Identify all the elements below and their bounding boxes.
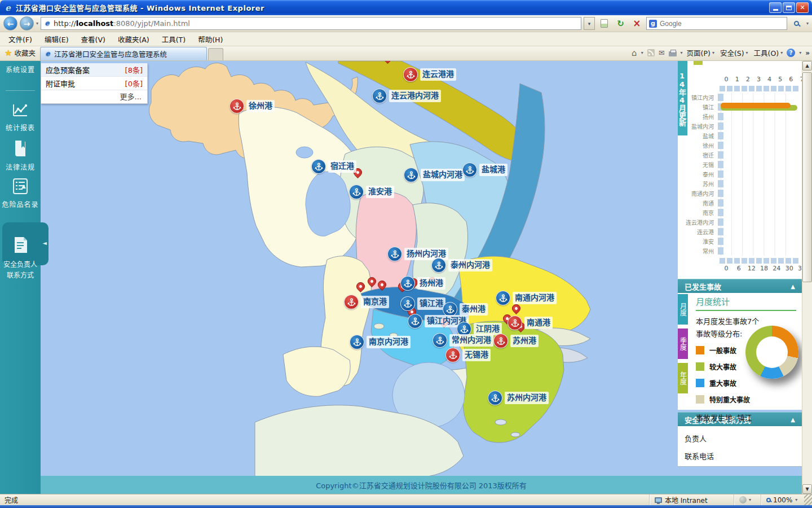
vertical-scrollbar[interactable]: ▲ ▼ xyxy=(802,61,812,494)
chart-row: 连云港内河 xyxy=(678,217,802,227)
search-input[interactable] xyxy=(660,20,784,28)
search-box[interactable]: g xyxy=(646,17,787,30)
sidebar-item-statistics[interactable]: 统计报表 xyxy=(0,102,41,133)
anchor-badge[interactable] xyxy=(387,247,402,261)
anchor-badge[interactable] xyxy=(496,291,510,305)
anchor-badge[interactable] xyxy=(350,335,364,349)
anchor-badge[interactable] xyxy=(344,295,359,309)
port-marker[interactable]: 南通内河港 xyxy=(496,291,510,305)
port-marker[interactable]: 南京港 xyxy=(344,295,359,309)
home-icon[interactable]: ⌂ xyxy=(632,48,637,58)
home-dropdown-icon[interactable]: ▾ xyxy=(641,50,643,55)
history-dropdown-icon[interactable]: ▾ xyxy=(36,21,38,26)
period-tab[interactable]: 月度 xyxy=(678,294,688,325)
port-marker[interactable]: 泰州内河港 xyxy=(431,258,446,273)
more-link[interactable]: 更多... xyxy=(41,90,147,103)
port-marker[interactable]: 南通港 xyxy=(508,316,522,330)
compatibility-view-button[interactable] xyxy=(597,17,611,30)
sidebar-item-safety-contacts[interactable]: 安全负责人 联系方式 xyxy=(0,236,41,280)
sidebar-item-laws[interactable]: 法律法规 xyxy=(0,139,41,172)
back-button[interactable]: ← xyxy=(3,16,17,30)
anchor-badge[interactable] xyxy=(488,391,502,405)
port-marker[interactable]: 镇江港 xyxy=(400,296,415,311)
quick-panel-row[interactable]: 应急预案备案 [8条] xyxy=(41,63,147,77)
incidents-header[interactable]: 已发生事故 ▲ xyxy=(678,279,802,293)
search-button[interactable] xyxy=(789,17,804,30)
new-tab-stub[interactable] xyxy=(208,48,223,60)
search-options-icon[interactable]: ▾ xyxy=(806,21,809,26)
anchor-badge[interactable] xyxy=(462,163,477,177)
anchor-badge[interactable] xyxy=(404,168,418,182)
rss-icon[interactable] xyxy=(647,49,655,56)
tab-active[interactable]: e 江苏省港口安全监管与应急管理系统 xyxy=(40,47,207,60)
port-marker[interactable]: 苏州港 xyxy=(493,334,508,348)
stop-button[interactable]: × xyxy=(630,17,644,30)
port-marker[interactable]: 盐城内河港 xyxy=(404,168,418,182)
port-marker[interactable]: 扬州港 xyxy=(400,276,415,291)
anchor-badge[interactable] xyxy=(508,316,522,330)
scroll-thumb[interactable] xyxy=(802,72,812,282)
scroll-down-button[interactable]: ▼ xyxy=(802,484,812,494)
map-area[interactable]: 应急预案备案 [8条] 附证审批 [0条] 更多... xyxy=(41,61,678,494)
forward-button[interactable]: → xyxy=(20,16,34,30)
menu-item[interactable]: 文件(F) xyxy=(2,32,38,46)
menu-item[interactable]: 工具(T) xyxy=(156,32,192,46)
port-marker[interactable]: 南京内河港 xyxy=(350,335,364,349)
mail-icon[interactable]: ✉ xyxy=(659,49,665,57)
menu-item[interactable]: 编辑(E) xyxy=(38,32,75,46)
scroll-up-button[interactable]: ▲ xyxy=(802,61,812,71)
anchor-badge[interactable] xyxy=(408,314,422,329)
address-field[interactable]: e http://localhost:8080/yjpt/Main.html xyxy=(41,17,581,30)
anchor-badge[interactable] xyxy=(433,333,447,348)
port-marker[interactable]: 常州内河港 xyxy=(433,333,447,348)
menu-item[interactable]: 收藏夹(A) xyxy=(112,32,156,46)
command-button[interactable]: 工具(O)▾ xyxy=(754,47,783,58)
port-marker[interactable]: 连云港内河港 xyxy=(372,89,387,103)
command-button[interactable]: 安全(S)▾ xyxy=(720,47,748,58)
anchor-badge[interactable] xyxy=(400,296,415,311)
protected-mode-cell[interactable]: ▾ xyxy=(734,494,761,505)
port-marker[interactable]: 苏州内河港 xyxy=(488,391,502,405)
port-marker[interactable]: 宿迁港 xyxy=(311,159,326,174)
maximize-button[interactable] xyxy=(783,2,795,13)
period-tab[interactable]: 季度 xyxy=(678,329,688,359)
anchor-badge[interactable] xyxy=(445,348,460,362)
print-dropdown-icon[interactable]: ▾ xyxy=(681,50,683,55)
toolbar-overflow-chevron[interactable]: » xyxy=(805,49,810,57)
print-icon[interactable] xyxy=(669,51,677,56)
help-dropdown-icon[interactable]: ▾ xyxy=(799,50,801,55)
address-dropdown-button[interactable]: ▾ xyxy=(584,17,595,30)
command-button[interactable]: 页面(P)▾ xyxy=(687,47,714,58)
port-marker[interactable]: 淮安港 xyxy=(349,185,364,199)
anchor-badge[interactable] xyxy=(230,99,244,113)
anchor-badge[interactable] xyxy=(372,89,387,103)
port-marker[interactable]: 无锡港 xyxy=(445,348,460,362)
port-marker[interactable]: 徐州港 xyxy=(230,99,244,113)
port-marker[interactable]: 连云港港 xyxy=(403,67,418,82)
minimize-button[interactable] xyxy=(769,2,782,13)
sidebar-item-dangerous-goods[interactable]: 危险品名录 xyxy=(0,177,41,209)
sidebar-item-system-settings[interactable]: 系统设置 xyxy=(0,64,41,75)
menu-item[interactable]: 帮助(H) xyxy=(192,32,229,46)
anchor-badge[interactable] xyxy=(431,258,446,273)
port-label: 徐州港 xyxy=(246,100,275,112)
anchor-badge[interactable] xyxy=(311,159,326,174)
menu-item[interactable]: 查看(V) xyxy=(75,32,112,46)
collapse-up-icon[interactable]: ▲ xyxy=(791,283,795,290)
favorites-button[interactable]: ★ 收藏夹 xyxy=(2,47,40,60)
resize-grip[interactable] xyxy=(804,494,812,505)
port-marker[interactable]: 扬州内河港 xyxy=(387,247,402,261)
zoom-control[interactable]: 100% ▾ xyxy=(761,494,804,505)
help-icon[interactable]: ? xyxy=(787,49,795,57)
refresh-button[interactable]: ↻ xyxy=(614,17,628,30)
anchor-badge[interactable] xyxy=(493,334,508,348)
anchor-badge[interactable] xyxy=(349,185,364,199)
period-tab[interactable]: 年度 xyxy=(678,363,688,393)
port-marker[interactable]: 盐城港 xyxy=(462,163,477,177)
close-button[interactable]: ✕ xyxy=(796,2,809,13)
port-marker[interactable]: 镇江内河港 xyxy=(408,314,422,329)
anchor-badge[interactable] xyxy=(400,276,415,291)
quick-panel-row[interactable]: 附证审批 [0条] xyxy=(41,77,147,90)
anchor-badge[interactable] xyxy=(403,67,418,82)
legend-label: 一般事故 xyxy=(709,345,736,355)
